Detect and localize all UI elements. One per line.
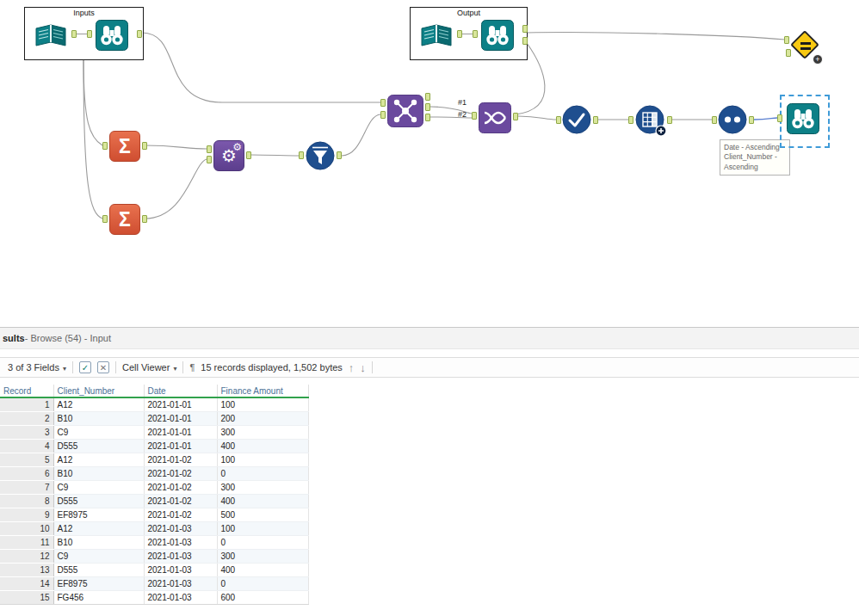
record-cell[interactable]: 6 bbox=[0, 467, 53, 481]
output-anchor[interactable] bbox=[142, 215, 147, 223]
data-cell[interactable]: 2021-01-02 bbox=[144, 453, 217, 467]
connection[interactable] bbox=[83, 59, 102, 219]
record-cell[interactable]: 3 bbox=[0, 426, 53, 440]
record-cell[interactable]: 1 bbox=[0, 397, 53, 412]
output-anchor[interactable] bbox=[425, 93, 430, 101]
text-input-tool[interactable] bbox=[417, 19, 455, 55]
record-cell[interactable]: 12 bbox=[0, 550, 53, 564]
record-cell[interactable]: 9 bbox=[0, 508, 53, 522]
input-anchor[interactable] bbox=[380, 99, 386, 107]
data-cell[interactable]: 2021-01-03 bbox=[144, 591, 217, 605]
container-output-anchor[interactable] bbox=[137, 30, 142, 38]
data-cell[interactable]: 100 bbox=[217, 397, 308, 412]
gears-tool[interactable]: ⚙ ⚙ bbox=[213, 140, 244, 171]
output-anchor[interactable] bbox=[425, 114, 430, 121]
record-cell[interactable]: 14 bbox=[0, 577, 53, 591]
data-cell[interactable]: 2021-01-01 bbox=[144, 397, 217, 412]
text-input-tool[interactable] bbox=[32, 19, 70, 55]
record-cell[interactable]: 8 bbox=[0, 495, 53, 508]
input-anchor[interactable] bbox=[556, 116, 561, 124]
input-anchor[interactable] bbox=[472, 112, 477, 120]
column-header[interactable]: Date bbox=[144, 385, 217, 397]
join-tool[interactable] bbox=[387, 95, 423, 131]
output-anchor[interactable] bbox=[513, 113, 518, 120]
browse-tool-selected[interactable] bbox=[787, 103, 819, 138]
whitespace-toggle-icon[interactable]: ¶ bbox=[189, 362, 195, 373]
connection[interactable] bbox=[342, 114, 380, 156]
data-cell[interactable]: 2021-01-03 bbox=[144, 577, 217, 591]
data-cell[interactable]: A12 bbox=[53, 397, 144, 412]
data-cell[interactable]: 400 bbox=[217, 440, 308, 453]
data-cell[interactable]: 200 bbox=[217, 412, 308, 426]
data-cell[interactable]: 2021-01-03 bbox=[144, 536, 217, 550]
scroll-down-icon[interactable]: ↓ bbox=[360, 361, 366, 374]
scroll-up-icon[interactable]: ↑ bbox=[349, 361, 355, 374]
data-cell[interactable]: 300 bbox=[217, 550, 308, 564]
record-cell[interactable]: 5 bbox=[0, 453, 53, 467]
union-tool[interactable] bbox=[479, 102, 511, 137]
input-anchor[interactable] bbox=[777, 114, 782, 122]
container-output-anchor[interactable] bbox=[522, 37, 528, 45]
record-cell[interactable]: 2 bbox=[0, 412, 53, 426]
data-cell[interactable]: 2021-01-03 bbox=[144, 564, 217, 577]
data-cell[interactable]: 400 bbox=[217, 564, 308, 577]
sort-tool[interactable] bbox=[718, 105, 747, 138]
output-anchor[interactable] bbox=[667, 116, 672, 124]
record-cell[interactable]: 10 bbox=[0, 522, 53, 536]
status-anchor[interactable] bbox=[786, 49, 791, 57]
inputs-container[interactable]: Inputs bbox=[24, 7, 144, 60]
test-tool[interactable]: + bbox=[791, 31, 820, 60]
output-anchor[interactable] bbox=[593, 116, 598, 124]
output-anchor[interactable] bbox=[142, 142, 147, 150]
data-cell[interactable]: D555 bbox=[53, 440, 144, 453]
connection[interactable] bbox=[518, 116, 556, 120]
funnel-tool[interactable] bbox=[306, 141, 335, 174]
connection[interactable] bbox=[145, 159, 207, 219]
summarize-tool-2[interactable]: Σ bbox=[109, 204, 140, 235]
input-anchor[interactable] bbox=[207, 145, 212, 153]
data-cell[interactable]: B10 bbox=[53, 412, 144, 426]
data-cell[interactable]: 2021-01-01 bbox=[144, 440, 217, 453]
data-cell[interactable]: 500 bbox=[217, 508, 308, 522]
data-cell[interactable]: B10 bbox=[53, 467, 144, 481]
record-cell[interactable]: 11 bbox=[0, 536, 53, 550]
container-output-anchor[interactable] bbox=[522, 25, 528, 33]
input-anchor[interactable] bbox=[102, 215, 108, 223]
cell-viewer-dropdown[interactable]: Cell Viewer▾ bbox=[122, 362, 176, 373]
data-cell[interactable]: 100 bbox=[217, 453, 308, 467]
data-cell[interactable]: 300 bbox=[217, 481, 308, 495]
connection[interactable] bbox=[527, 33, 785, 40]
record-cell[interactable]: 15 bbox=[0, 591, 53, 605]
data-cell[interactable]: A12 bbox=[53, 522, 144, 536]
column-header[interactable]: Finance Amount bbox=[217, 385, 308, 397]
input-anchor[interactable] bbox=[712, 116, 717, 124]
connection[interactable] bbox=[83, 59, 102, 145]
connection[interactable] bbox=[142, 33, 380, 102]
input-anchor[interactable] bbox=[628, 116, 633, 124]
connection[interactable] bbox=[754, 118, 777, 120]
output-anchor[interactable] bbox=[749, 116, 754, 124]
data-cell[interactable]: D555 bbox=[53, 495, 144, 508]
data-cell[interactable]: 0 bbox=[217, 467, 308, 481]
data-cell[interactable]: 2021-01-02 bbox=[144, 467, 217, 481]
record-cell[interactable]: 13 bbox=[0, 564, 53, 577]
data-cell[interactable]: 2021-01-01 bbox=[144, 426, 217, 440]
input-anchor[interactable] bbox=[207, 156, 212, 163]
data-cell[interactable]: 2021-01-02 bbox=[144, 508, 217, 522]
data-cell[interactable]: 600 bbox=[217, 591, 308, 605]
column-header[interactable]: Client_Number bbox=[53, 385, 144, 397]
browse-tool[interactable] bbox=[96, 20, 128, 54]
crosstab-tool[interactable] bbox=[634, 104, 669, 142]
deselect-all-fields-icon[interactable]: ✕ bbox=[97, 361, 109, 373]
data-cell[interactable]: 0 bbox=[217, 577, 308, 591]
data-cell[interactable]: EF8975 bbox=[53, 508, 144, 522]
data-cell[interactable]: D555 bbox=[53, 564, 144, 577]
output-container[interactable]: Output bbox=[410, 7, 528, 60]
data-cell[interactable]: FG456 bbox=[53, 591, 144, 605]
input-anchor[interactable] bbox=[784, 36, 789, 44]
select-all-fields-icon[interactable]: ✓ bbox=[79, 361, 91, 373]
data-cell[interactable]: C9 bbox=[53, 426, 144, 440]
column-header[interactable]: Record bbox=[0, 385, 53, 397]
data-cell[interactable]: C9 bbox=[53, 550, 144, 564]
data-cell[interactable]: 0 bbox=[217, 536, 308, 550]
